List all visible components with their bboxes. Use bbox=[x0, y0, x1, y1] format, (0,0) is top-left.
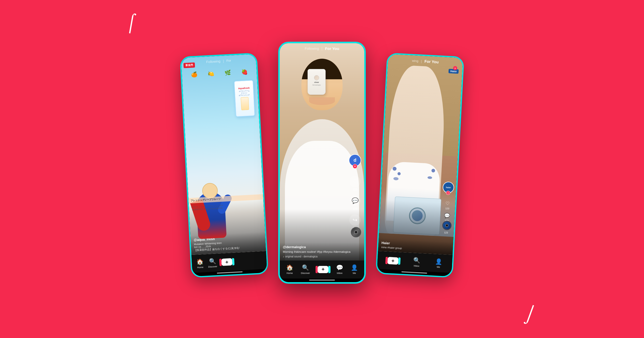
phone-left: 🍊 🍋 🌿 🍓 Aquafresh エクストリームクリーンホワイトニング フレッ… bbox=[180, 53, 269, 278]
center-following-tab[interactable]: Following bbox=[305, 47, 319, 50]
lemon-icon: 🍋 bbox=[208, 70, 214, 77]
tube-visual bbox=[241, 97, 249, 110]
center-bottom-overlay: @dermalogica Morning #skincare routine! … bbox=[280, 242, 364, 260]
center-nav-bar: 🏠 Home 🔍 Discover + 💬 Inbox 👤 Me bbox=[280, 261, 364, 279]
right-plus-button[interactable]: + bbox=[387, 257, 399, 264]
center-nav-inbox[interactable]: 💬 Inbox bbox=[336, 264, 343, 274]
product-sublabel: Dermatologica bbox=[312, 84, 321, 86]
share-icon: ↪ bbox=[349, 214, 361, 226]
center-like-btn[interactable]: ♡ 123 bbox=[349, 176, 361, 191]
center-me-icon: 👤 bbox=[351, 264, 358, 271]
left-home-icon: 🏠 bbox=[196, 258, 204, 265]
leaf-icon: 🌿 bbox=[224, 70, 231, 76]
product-name-jp: エクストリームクリーンホワイトニング bbox=[239, 90, 250, 97]
phone-right-screen: Haier + wing | For You h bbox=[378, 54, 463, 255]
right-nav-plus[interactable]: + bbox=[387, 257, 399, 264]
phone-center-screen: clear Dermatologica Following | For You … bbox=[280, 43, 364, 261]
sound-name: original sound - dermalogica bbox=[285, 255, 318, 258]
strawberry-icon: 🍓 bbox=[241, 68, 248, 75]
left-discover-icon: 🔍 bbox=[209, 257, 216, 264]
center-comment-btn[interactable]: 💬 123 bbox=[349, 195, 361, 210]
left-plus-button[interactable]: + bbox=[221, 258, 232, 266]
haier-plus-badge: + bbox=[453, 66, 457, 70]
like-icon: ♡ bbox=[349, 176, 361, 187]
left-foryou-tab[interactable]: For bbox=[226, 59, 231, 63]
comment-count: 123 bbox=[353, 207, 357, 210]
center-caption: Morning #skincare routine! #fyp #foryou … bbox=[283, 250, 361, 254]
right-share-count: 123 bbox=[444, 231, 448, 234]
center-nav-me[interactable]: 👤 Me bbox=[351, 264, 358, 274]
left-nav-discover[interactable]: 🔍 Discover bbox=[208, 257, 217, 268]
right-like-btn[interactable]: ♡ 123 bbox=[445, 201, 450, 210]
phone-left-screen: 🍊 🍋 🌿 🍓 Aquafresh エクストリームクリーンホワイトニング フレッ… bbox=[181, 54, 266, 255]
left-discover-label: Discover bbox=[208, 265, 217, 268]
clear-product-bottle: clear Dermatologica bbox=[308, 69, 326, 95]
center-username: @dermalogica bbox=[283, 245, 361, 249]
right-home-indicator bbox=[401, 271, 427, 273]
right-comment-icon: 💬 bbox=[444, 213, 450, 219]
center-home-indicator bbox=[309, 280, 335, 281]
center-discover-label: Discover bbox=[301, 272, 310, 274]
center-nav-home[interactable]: 🏠 Home bbox=[286, 264, 293, 274]
center-header-divider: | bbox=[321, 46, 323, 50]
right-me-label: Me bbox=[437, 265, 440, 268]
phone-right: Haier + wing | For You h bbox=[376, 53, 464, 278]
center-foryou-tab[interactable]: For You bbox=[325, 46, 339, 51]
right-avatar-plus: + bbox=[446, 190, 450, 195]
center-home-label: Home bbox=[286, 272, 293, 274]
music-disc[interactable] bbox=[351, 227, 361, 237]
phone-center: clear Dermatologica Following | For You … bbox=[278, 42, 366, 284]
center-inbox-label: Inbox bbox=[337, 272, 342, 274]
left-nav-home[interactable]: 🏠 Home bbox=[196, 258, 204, 268]
orange-icon: 🍊 bbox=[191, 71, 198, 77]
right-inbox-icon: 🔍 bbox=[413, 257, 420, 264]
center-home-icon: 🏠 bbox=[286, 264, 293, 271]
phones-container: 🍊 🍋 🌿 🍓 Aquafresh エクストリームクリーンホワイトニング フレッ… bbox=[206, 34, 438, 304]
right-comment-btn[interactable]: 💬 123 bbox=[444, 213, 450, 222]
left-nav-plus[interactable]: + bbox=[221, 258, 232, 266]
tiktok-music-icon: ♪ bbox=[283, 255, 284, 258]
smile-area bbox=[309, 97, 335, 105]
right-like-icon: ♡ bbox=[445, 201, 450, 206]
center-avatar-btn[interactable]: d + bbox=[349, 154, 361, 167]
left-home-indicator bbox=[217, 271, 243, 273]
curl-bottom-right-icon: ⌡ bbox=[522, 303, 539, 324]
curl-top-left-icon: ⌠ bbox=[125, 12, 139, 32]
clear-label: clear bbox=[314, 81, 319, 83]
avatar-letter: d bbox=[354, 158, 357, 163]
music-disc-inner bbox=[354, 230, 358, 234]
aquafresh-brand: Aquafresh bbox=[238, 86, 250, 90]
comment-icon: 💬 bbox=[349, 195, 361, 206]
right-nav-me[interactable]: 👤 Me bbox=[435, 258, 442, 268]
center-inbox-icon: 💬 bbox=[336, 264, 343, 271]
right-disc-inner bbox=[445, 224, 449, 227]
right-foryou-tab[interactable]: For You bbox=[424, 59, 439, 64]
right-avatar-btn[interactable]: haier + bbox=[443, 181, 454, 193]
left-home-label: Home bbox=[197, 266, 204, 268]
right-inbox-label: Inbox bbox=[414, 264, 420, 267]
left-following-tab[interactable]: Following bbox=[206, 59, 221, 64]
left-nav-spacer2 bbox=[251, 260, 262, 261]
right-nav-inbox[interactable]: 🔍 Inbox bbox=[413, 257, 420, 267]
center-discover-icon: 🔍 bbox=[302, 264, 309, 271]
like-count: 123 bbox=[353, 188, 357, 191]
aquafresh-product-box: Aquafresh エクストリームクリーンホワイトニング bbox=[234, 80, 255, 117]
right-following-tab[interactable]: wing bbox=[412, 59, 418, 63]
center-plus-button[interactable]: + bbox=[318, 266, 328, 273]
right-me-icon: 👤 bbox=[435, 258, 442, 265]
center-phone-header: Following | For You bbox=[280, 46, 364, 51]
center-me-label: Me bbox=[353, 272, 356, 274]
bottle-cap bbox=[314, 75, 319, 80]
avatar-plus-badge: + bbox=[353, 164, 357, 169]
center-sound-info: ♪ original sound - dermalogica bbox=[283, 255, 361, 258]
left-nav-spacer bbox=[237, 261, 247, 261]
center-nav-discover[interactable]: 🔍 Discover bbox=[301, 264, 310, 274]
left-header-divider: | bbox=[223, 59, 224, 63]
right-header-divider: | bbox=[421, 59, 422, 63]
center-nav-plus[interactable]: + bbox=[318, 266, 328, 273]
center-side-actions: d + ♡ 123 💬 123 ↪ 123 bbox=[349, 154, 361, 230]
new-release-badge: 新発売 bbox=[183, 62, 195, 68]
right-like-count: 123 bbox=[445, 207, 450, 210]
